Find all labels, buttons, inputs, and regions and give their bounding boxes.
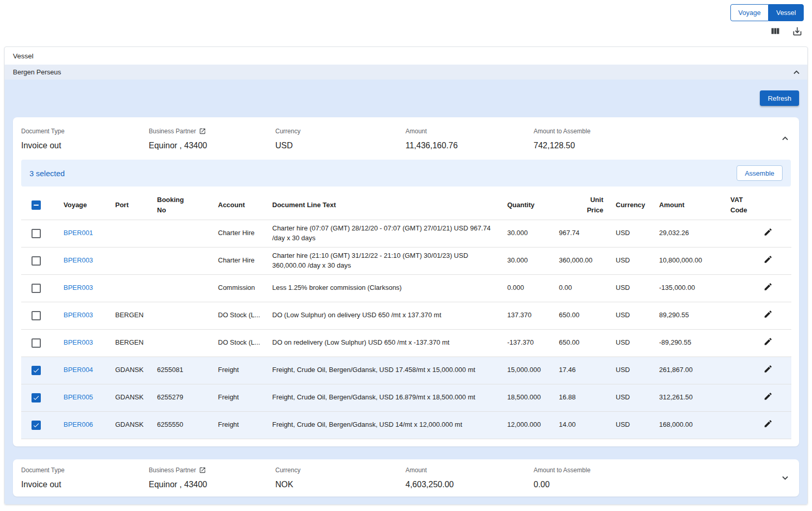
voyage-link[interactable]: BPER003: [64, 338, 93, 346]
amount-to-assemble-value: 742,128.50: [534, 141, 791, 150]
col-unit-price: Unit Price: [553, 191, 610, 220]
booking-no-cell: 6255081: [151, 357, 212, 384]
edit-icon[interactable]: [763, 364, 773, 374]
account-cell: Freight: [212, 357, 266, 384]
booking-no-cell: [151, 302, 212, 329]
amount-cell: -135,000.00: [653, 274, 724, 302]
currency-cell: USD: [610, 247, 653, 274]
vat-code-cell: [724, 357, 760, 384]
quantity-cell: 15,000.000: [501, 357, 553, 384]
voyage-link[interactable]: BPER004: [64, 366, 93, 374]
amount-cell: 168,000.00: [653, 411, 724, 439]
vat-code-cell: [724, 274, 760, 302]
row-checkbox[interactable]: [32, 256, 41, 266]
currency-cell: USD: [610, 329, 653, 357]
row-checkbox[interactable]: [32, 284, 41, 293]
voyage-link[interactable]: BPER006: [64, 421, 93, 428]
vat-code-cell: [724, 329, 760, 357]
open-in-new-icon[interactable]: [199, 467, 206, 474]
edit-icon[interactable]: [763, 337, 773, 346]
row-checkbox[interactable]: [32, 338, 41, 348]
vat-code-cell: [724, 302, 760, 329]
vessel-toggle-button[interactable]: Vessel: [769, 4, 804, 21]
voyage-toggle-button[interactable]: Voyage: [730, 4, 768, 21]
document-type-value: Invoice out: [21, 141, 149, 150]
voyage-link[interactable]: BPER003: [64, 284, 93, 291]
document-card-nok: Document Type Invoice out Business Partn…: [13, 459, 799, 497]
refresh-button[interactable]: Refresh: [760, 90, 799, 106]
expand-document-chevron-down-icon[interactable]: [779, 472, 791, 484]
edit-icon[interactable]: [763, 392, 773, 401]
amount-cell: -89,290.55: [653, 329, 724, 357]
voyage-link[interactable]: BPER001: [64, 229, 93, 237]
table-header-row: Voyage Port Booking No Account Document …: [21, 191, 791, 220]
edit-icon[interactable]: [763, 309, 773, 319]
col-document-line-text: Document Line Text: [266, 191, 501, 220]
chevron-up-icon[interactable]: [791, 67, 802, 78]
document-line-text-cell: Less 1.25% broker commission (Clarksons): [266, 274, 501, 302]
vessel-accordion-header[interactable]: Bergen Perseus: [5, 65, 807, 80]
currency-cell: USD: [610, 411, 653, 439]
booking-no-cell: [151, 329, 212, 357]
edit-icon[interactable]: [763, 255, 773, 264]
unit-price-cell: 16.88: [553, 384, 610, 411]
table-row: BPER004 GDANSK 6255081 Freight Freight, …: [21, 357, 791, 384]
currency-cell: USD: [610, 302, 653, 329]
voyage-link[interactable]: BPER005: [64, 393, 93, 401]
edit-icon[interactable]: [763, 282, 773, 291]
document-line-text-cell: DO (Low Sulphur) on delivery USD 650 /mt…: [266, 302, 501, 329]
business-partner-label: Business Partner: [149, 467, 196, 474]
document-line-text-cell: Freight, Crude Oil, Bergen/Gdansk, USD 1…: [266, 411, 501, 439]
col-quantity: Quantity: [501, 191, 553, 220]
voyage-link[interactable]: BPER003: [64, 311, 93, 319]
col-port: Port: [109, 191, 151, 220]
document-line-text-cell: Charter hire (21:10 (GMT) 31/12/22 - 21:…: [266, 247, 501, 274]
assemble-button[interactable]: Assemble: [737, 165, 783, 181]
quantity-cell: -137.370: [501, 329, 553, 357]
table-toolbar: [770, 26, 803, 37]
amount-to-assemble-value: 0.00: [534, 480, 791, 489]
document-line-text-cell: Charter hire (07:07 (GMT) 28/12/20 - 07:…: [266, 220, 501, 247]
edit-icon[interactable]: [763, 227, 773, 237]
amount-to-assemble-label: Amount to Assemble: [534, 467, 791, 474]
currency-cell: USD: [610, 357, 653, 384]
amount-label: Amount: [405, 128, 534, 135]
voyage-link[interactable]: BPER003: [64, 256, 93, 264]
booking-no-cell: 6255550: [151, 411, 212, 439]
download-icon[interactable]: [792, 26, 803, 37]
amount-to-assemble-label: Amount to Assemble: [534, 128, 791, 135]
row-checkbox[interactable]: [32, 229, 41, 238]
collapse-document-chevron-up-icon[interactable]: [779, 133, 791, 144]
port-cell: GDANSK: [109, 411, 151, 439]
edit-icon[interactable]: [763, 419, 773, 428]
quantity-cell: 30.000: [501, 220, 553, 247]
row-checkbox[interactable]: [32, 311, 41, 320]
account-cell: Freight: [212, 411, 266, 439]
business-partner-value: Equinor , 43400: [149, 480, 275, 489]
unit-price-cell: 14.00: [553, 411, 610, 439]
row-checkbox[interactable]: [32, 393, 41, 402]
col-currency: Currency: [610, 191, 653, 220]
amount-cell: 10,800,000.00: [653, 247, 724, 274]
document-summary: Document Type Invoice out Business Partn…: [21, 459, 791, 497]
document-line-text-cell: Freight, Crude Oil, Bergen/Gdansk, USD 1…: [266, 384, 501, 411]
line-items-table: Voyage Port Booking No Account Document …: [21, 191, 791, 439]
select-all-checkbox[interactable]: [32, 200, 41, 210]
open-in-new-icon[interactable]: [199, 128, 206, 135]
account-cell: Freight: [212, 384, 266, 411]
account-cell: Commission: [212, 274, 266, 302]
currency-cell: USD: [610, 384, 653, 411]
columns-icon[interactable]: [770, 26, 780, 37]
currency-cell: USD: [610, 220, 653, 247]
row-checkbox[interactable]: [32, 366, 41, 375]
table-row: BPER003 Charter Hire Charter hire (21:10…: [21, 247, 791, 274]
unit-price-cell: 967.74: [553, 220, 610, 247]
document-line-text-cell: Freight, Crude Oil, Bergen/Gdansk, USD 1…: [266, 357, 501, 384]
row-checkbox[interactable]: [32, 421, 41, 430]
booking-no-cell: [151, 220, 212, 247]
amount-value: 11,436,160.76: [405, 141, 534, 150]
amount-cell: 89,290.55: [653, 302, 724, 329]
quantity-cell: 18,500.000: [501, 384, 553, 411]
amount-value: 4,603,250.00: [405, 480, 534, 489]
col-voyage: Voyage: [57, 191, 109, 220]
